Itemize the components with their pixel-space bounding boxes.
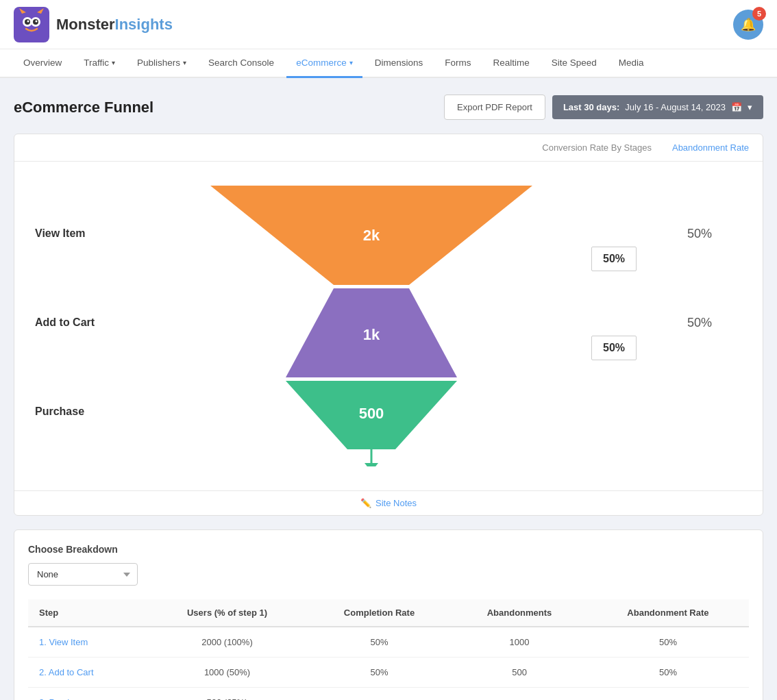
- abandonments-purchase: --: [452, 688, 587, 701]
- abandonments-view-item: 1000: [452, 627, 587, 658]
- step-add-to-cart[interactable]: 2. Add to Cart: [28, 658, 147, 688]
- main-nav: Overview Traffic▾ Publishers▾ Search Con…: [0, 49, 777, 78]
- chevron-down-icon: ▾: [349, 59, 353, 66]
- col-abandonment-rate: Abandonment Rate: [587, 599, 749, 627]
- funnel-label-purchase: Purchase: [35, 367, 138, 456]
- col-abandonments: Abandonments: [452, 599, 587, 627]
- table-row: 2. Add to Cart 1000 (50%) 50% 500 50%: [28, 658, 749, 688]
- nav-item-forms[interactable]: Forms: [435, 49, 480, 78]
- notification-badge: 5: [752, 7, 766, 21]
- connector-rate-2: 50%: [591, 336, 637, 360]
- svg-point-6: [36, 20, 38, 22]
- table-row: 1. View Item 2000 (100%) 50% 1000 50%: [28, 627, 749, 658]
- header: MonsterInsights 🔔 5: [0, 0, 777, 49]
- funnel-right-rates: 50% 50%: [680, 175, 763, 470]
- nav-item-ecommerce[interactable]: eCommerce▾: [286, 49, 362, 78]
- site-notes-bar: ✏️ Site Notes: [14, 490, 763, 515]
- funnel-labels: View Item Add to Cart Purchase: [14, 175, 151, 470]
- logo: MonsterInsights: [14, 7, 173, 42]
- table-header-row: Step Users (% of step 1) Completion Rate…: [28, 599, 749, 627]
- funnel-label-add-to-cart: Add to Cart: [35, 278, 138, 367]
- breakdown-title: Choose Breakdown: [28, 544, 749, 555]
- page-actions: Export PDF Report Last 30 days: July 16 …: [444, 95, 763, 120]
- breakdown-select[interactable]: None Device Source: [28, 563, 138, 586]
- nav-item-search-console[interactable]: Search Console: [199, 49, 284, 78]
- site-notes-button[interactable]: ✏️ Site Notes: [360, 498, 417, 508]
- svg-point-5: [27, 20, 29, 22]
- svg-text:500: 500: [359, 405, 384, 422]
- completion-view-item: 50%: [307, 627, 452, 658]
- connector-rate-1: 50%: [591, 247, 637, 271]
- logo-icon: [14, 7, 49, 42]
- funnel-svg: 2k 1k 500: [204, 179, 539, 466]
- connector-rates: 50% 50%: [591, 175, 680, 470]
- col-users: Users (% of step 1): [147, 599, 307, 627]
- step-view-item[interactable]: 1. View Item: [28, 627, 147, 658]
- funnel-data-table: Step Users (% of step 1) Completion Rate…: [28, 599, 749, 700]
- right-rate-add-to-cart: 50%: [687, 278, 749, 367]
- right-rate-view-item: 50%: [687, 189, 749, 278]
- abandonments-add-to-cart: 500: [452, 658, 587, 688]
- svg-rect-0: [14, 7, 49, 42]
- abandonment-rate-add-to-cart: 50%: [587, 658, 749, 688]
- pencil-icon: ✏️: [360, 498, 371, 508]
- funnel-container: View Item Add to Cart Purchase 2k 1k 500: [14, 162, 763, 490]
- bell-icon: 🔔: [741, 17, 756, 32]
- svg-text:2k: 2k: [363, 227, 380, 244]
- chevron-down-icon: ▾: [112, 59, 115, 66]
- logo-text: MonsterInsights: [56, 16, 173, 34]
- svg-text:1k: 1k: [363, 326, 380, 343]
- nav-item-site-speed[interactable]: Site Speed: [542, 49, 606, 78]
- funnel-label-view-item: View Item: [35, 189, 138, 278]
- funnel-chart-card: Conversion Rate By Stages Abandonment Ra…: [14, 134, 763, 516]
- chart-tabs: Conversion Rate By Stages Abandonment Ra…: [14, 134, 763, 162]
- header-right: 🔔 5: [733, 10, 763, 40]
- tab-conversion-rate[interactable]: Conversion Rate By Stages: [542, 142, 652, 153]
- users-view-item: 2000 (100%): [147, 627, 307, 658]
- users-purchase: 500 (25%): [147, 688, 307, 701]
- chevron-down-icon: ▾: [748, 102, 752, 112]
- page-title: eCommerce Funnel: [14, 99, 153, 116]
- completion-purchase: --: [307, 688, 452, 701]
- date-range-button[interactable]: Last 30 days: July 16 - August 14, 2023 …: [552, 95, 763, 119]
- completion-add-to-cart: 50%: [307, 658, 452, 688]
- main-content: eCommerce Funnel Export PDF Report Last …: [0, 78, 777, 700]
- col-step: Step: [28, 599, 147, 627]
- calendar-icon: 📅: [731, 102, 742, 112]
- abandonment-rate-purchase: --: [587, 688, 749, 701]
- funnel-svg-area: 2k 1k 500: [151, 175, 591, 470]
- users-add-to-cart: 1000 (50%): [147, 658, 307, 688]
- tab-abandonment-rate[interactable]: Abandonment Rate: [672, 142, 749, 153]
- nav-item-dimensions[interactable]: Dimensions: [365, 49, 433, 78]
- nav-item-realtime[interactable]: Realtime: [483, 49, 539, 78]
- nav-item-media[interactable]: Media: [609, 49, 654, 78]
- abandonment-rate-view-item: 50%: [587, 627, 749, 658]
- export-pdf-button[interactable]: Export PDF Report: [444, 95, 545, 120]
- table-row: 3. Purchase 500 (25%) -- -- --: [28, 688, 749, 701]
- nav-item-publishers[interactable]: Publishers▾: [127, 49, 196, 78]
- right-rate-purchase: [687, 367, 749, 456]
- nav-item-overview[interactable]: Overview: [14, 49, 71, 78]
- page-header: eCommerce Funnel Export PDF Report Last …: [14, 95, 763, 120]
- breakdown-section: Choose Breakdown None Device Source Step…: [14, 529, 763, 700]
- step-purchase[interactable]: 3. Purchase: [28, 688, 147, 701]
- nav-item-traffic[interactable]: Traffic▾: [74, 49, 125, 78]
- col-completion: Completion Rate: [307, 599, 452, 627]
- chevron-down-icon: ▾: [183, 59, 186, 66]
- svg-marker-16: [365, 463, 378, 466]
